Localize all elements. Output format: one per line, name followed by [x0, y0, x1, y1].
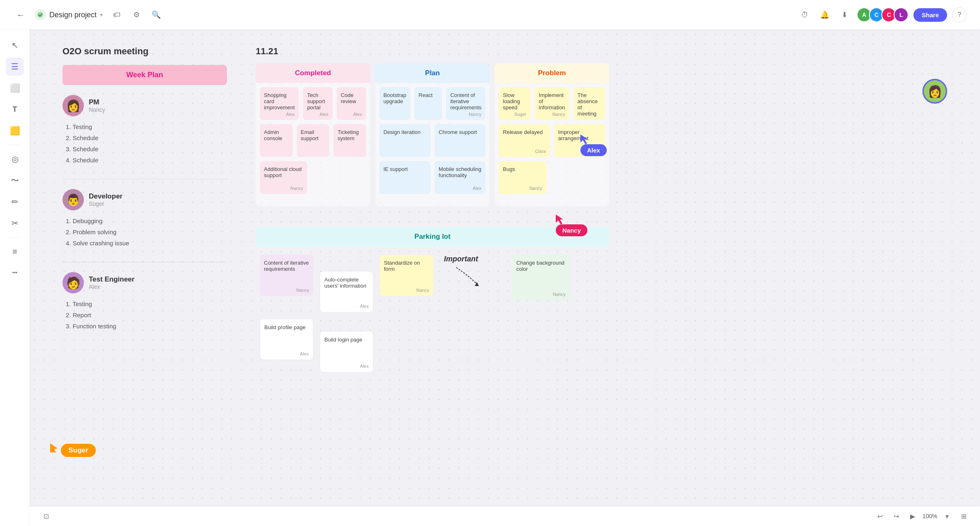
note-bugs[interactable]: Bugs Nancy	[499, 161, 546, 194]
search-icon-button[interactable]: 🔍	[149, 7, 164, 22]
dev-name: Developer	[89, 192, 122, 201]
note-cloud-support[interactable]: Additional cloud support Nancy	[260, 161, 307, 194]
note-tech-support[interactable]: Tech support portal Alex	[303, 87, 333, 120]
text-tool-button[interactable]: T	[6, 100, 24, 118]
note-author: Alex	[360, 304, 369, 309]
note-author: Nancy	[296, 288, 309, 293]
note-tool-button[interactable]: 🟨	[6, 122, 24, 140]
note-email-support[interactable]: Email support	[297, 124, 330, 157]
help-button[interactable]: ?	[952, 7, 967, 22]
pm-role: Nancy	[89, 106, 105, 113]
zoom-dropdown-button[interactable]: ▾	[941, 510, 954, 523]
note-author: Alex	[353, 112, 362, 117]
bottom-bar: ⊡ ↩ ↪ ▶ 100% ▾ ⊞	[30, 506, 980, 526]
note-author: Clara	[535, 149, 545, 154]
undo-button[interactable]: ↩	[873, 510, 886, 523]
profile-avatar-area: 👩	[922, 79, 947, 104]
redo-button[interactable]: ↪	[890, 510, 903, 523]
note-iterative-req[interactable]: Content of iterative requirements Nancy	[446, 87, 485, 120]
note-ie-support[interactable]: IE support	[379, 161, 430, 194]
more-tools-button[interactable]: •••	[6, 264, 24, 282]
play-button[interactable]: ▶	[906, 510, 919, 523]
suger-cursor-label: Suger	[61, 444, 95, 457]
alex-cursor-arrow	[580, 134, 589, 144]
note-author: Nancy	[529, 186, 542, 191]
parking-note-build-profile[interactable]: Build profile page Alex	[260, 319, 313, 360]
note-bootstrap[interactable]: Bootstrap upgrade	[379, 87, 411, 120]
list-tool-button[interactable]: ≡	[6, 242, 24, 261]
chevron-down-icon: ▾	[100, 12, 103, 18]
frame-tool-button[interactable]: ⬜	[6, 79, 24, 97]
week-plan-header: Week Plan	[62, 65, 227, 85]
note-chrome-support[interactable]: Chrome support	[435, 124, 485, 157]
parking-note-standardize[interactable]: Standardize on form Nancy	[380, 255, 433, 296]
note-author: Alex	[360, 364, 369, 369]
completed-body: Shopping card improvement Alex Tech supp…	[256, 83, 370, 206]
parking-note-bg-color[interactable]: Change background color Nancy	[512, 255, 570, 300]
column-completed: Completed Shopping card improvement Alex…	[256, 63, 370, 206]
note-ticketing[interactable]: Ticketing system	[333, 124, 366, 157]
scrum-title: O2O scrum meeting	[62, 46, 227, 57]
important-label: Important	[444, 255, 478, 263]
note-implement-info[interactable]: Implement of information Nancy	[535, 87, 569, 120]
note-author: Alex	[300, 351, 309, 356]
parking-note-build-login[interactable]: Build login page Alex	[320, 331, 373, 372]
note-author: Nancy	[469, 112, 481, 117]
completed-row-1: Shopping card improvement Alex Tech supp…	[260, 87, 366, 120]
plan-header: Plan	[375, 63, 490, 83]
note-slow-loading[interactable]: Slow loading speed Suger	[499, 87, 530, 120]
test-name: Test Engineer	[89, 275, 134, 284]
board-columns: Completed Shopping card improvement Alex…	[256, 63, 609, 206]
download-icon-button[interactable]: ⬇	[837, 7, 852, 22]
svg-marker-2	[580, 134, 588, 144]
note-author: Nancy	[552, 112, 565, 117]
tool-separator-2	[8, 237, 21, 238]
note-mobile-scheduling[interactable]: Mobile scheduling functionality Alex	[435, 161, 485, 194]
note-code-review[interactable]: Code review Alex	[337, 87, 366, 120]
panels-button[interactable]: ⊞	[957, 510, 970, 523]
member-block-pm: 👩 PM Nancy 1. Testing2. Schedule3. Sched…	[62, 95, 227, 166]
parking-note-autocomplete[interactable]: Auto-complete users' information Alex	[320, 271, 373, 312]
settings-icon-button[interactable]: ⚙	[129, 7, 144, 22]
notification-icon-button[interactable]: 🔔	[817, 7, 832, 22]
note-release-delayed[interactable]: Release delayed Clara	[499, 124, 550, 157]
member-header-test: 🧑 Test Engineer Alex	[62, 272, 227, 293]
note-admin-console[interactable]: Admin console	[260, 124, 293, 157]
pen-tool-button[interactable]: 〜	[6, 171, 24, 189]
share-button[interactable]: Share	[913, 8, 947, 22]
eraser-tool-button[interactable]: ✂	[6, 214, 24, 232]
cursor-tool-button[interactable]: ↖	[6, 36, 24, 54]
completed-row-3: Additional cloud support Nancy	[260, 161, 366, 194]
scrum-section: O2O scrum meeting Week Plan 👩 PM Nancy 1…	[62, 46, 227, 345]
svg-marker-4	[50, 443, 58, 452]
parking-note-iterative[interactable]: Content of iterative requirements Nancy	[260, 255, 313, 296]
completed-row-2: Admin console Email support Ticketing sy…	[260, 124, 366, 157]
board-title: 11.21	[256, 46, 609, 57]
pm-name: PM	[89, 98, 105, 106]
plan-row-3: IE support Mobile scheduling functionali…	[379, 161, 486, 194]
note-absence-meeting[interactable]: The absence of meeting	[573, 87, 605, 120]
select-tool-button[interactable]: ☰	[6, 58, 24, 76]
pencil-tool-button[interactable]: ✏	[6, 193, 24, 211]
project-name: Design project	[49, 11, 97, 19]
test-tasks: 1. Testing2. Report3. Function testing	[62, 298, 227, 332]
note-shopping-card[interactable]: Shopping card improvement Alex	[260, 87, 299, 120]
presentation-button[interactable]: ⊡	[39, 510, 53, 523]
divider-2	[62, 262, 227, 262]
avatar-test: 🧑	[62, 272, 84, 293]
parking-section: Parking lot Content of iterative require…	[256, 227, 609, 372]
avatar-group: A C C L	[857, 7, 908, 22]
column-plan: Plan Bootstrap upgrade React Content of …	[375, 63, 490, 206]
problem-row-1: Slow loading speed Suger Implement of in…	[499, 87, 605, 120]
timer-icon-button[interactable]: ⏱	[797, 7, 812, 22]
tag-icon-button[interactable]: 🏷	[109, 7, 124, 22]
column-problem: Problem Slow loading speed Suger Impleme…	[495, 63, 609, 206]
project-label[interactable]: Design project ▾	[35, 9, 103, 21]
back-button[interactable]: ←	[13, 7, 28, 22]
component-tool-button[interactable]: ◎	[6, 150, 24, 168]
note-author: Nancy	[553, 292, 566, 297]
note-author: Suger	[514, 112, 526, 117]
note-react[interactable]: React	[414, 87, 442, 120]
avatar-l[interactable]: L	[894, 7, 908, 22]
note-design-iteration[interactable]: Design iteration	[379, 124, 430, 157]
